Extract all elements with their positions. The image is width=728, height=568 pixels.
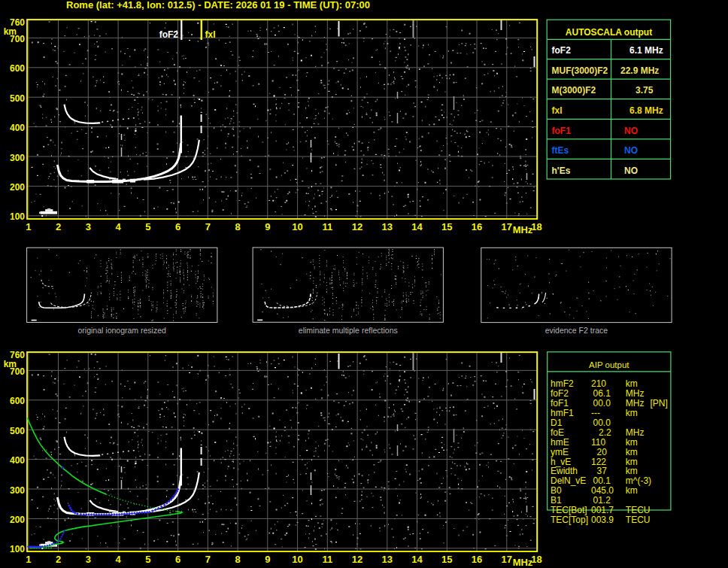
svg-text:km: km	[626, 485, 638, 496]
svg-text:B1: B1	[551, 495, 562, 506]
svg-text:001.7: 001.7	[591, 505, 614, 515]
svg-text:M(3000)F2: M(3000)F2	[552, 85, 596, 96]
svg-text:10: 10	[292, 221, 302, 232]
svg-text:h'Es: h'Es	[552, 166, 571, 176]
svg-text:MHz: MHz	[513, 224, 533, 235]
svg-text:TEC[Bot]: TEC[Bot]	[551, 505, 587, 515]
svg-text:foF1: foF1	[551, 398, 569, 409]
svg-text:ymE: ymE	[551, 447, 569, 457]
svg-text:18: 18	[531, 221, 541, 232]
svg-text:NO: NO	[624, 166, 638, 176]
svg-text:3: 3	[86, 221, 91, 232]
svg-text:20: 20	[597, 447, 608, 457]
svg-text:5: 5	[145, 221, 150, 232]
svg-text:km: km	[626, 447, 638, 457]
svg-text:evidence F2 trace: evidence F2 trace	[545, 326, 608, 335]
svg-text:6: 6	[175, 221, 180, 232]
svg-text:km: km	[626, 437, 638, 448]
svg-text:foE: foE	[551, 427, 564, 438]
svg-text:[PN]: [PN]	[651, 398, 668, 409]
svg-text:DelN_vE: DelN_vE	[551, 475, 586, 486]
svg-text:00.0: 00.0	[593, 398, 611, 409]
svg-text:2: 2	[56, 221, 61, 232]
svg-text:17: 17	[502, 221, 512, 232]
svg-text:2.2: 2.2	[599, 427, 611, 438]
svg-text:AIP output: AIP output	[589, 360, 629, 369]
svg-text:600: 600	[10, 63, 25, 74]
svg-text:3.75: 3.75	[635, 85, 654, 96]
svg-text:4: 4	[115, 221, 121, 232]
svg-text:h_vE: h_vE	[551, 457, 571, 467]
svg-text:D1: D1	[551, 418, 563, 428]
svg-text:00.0: 00.0	[593, 418, 611, 428]
svg-text:---: ---	[591, 408, 600, 418]
svg-text:km: km	[626, 378, 638, 389]
svg-text:TECU: TECU	[626, 505, 651, 515]
svg-text:hmE: hmE	[551, 437, 569, 448]
svg-text:9: 9	[265, 221, 270, 232]
svg-text:Rome (lat: +41.8, lon: 012.5): Rome (lat: +41.8, lon: 012.5) - DATE: 20…	[66, 0, 370, 11]
svg-text:7: 7	[205, 221, 211, 232]
svg-text:NO: NO	[624, 126, 638, 136]
svg-text:06.1: 06.1	[593, 388, 611, 399]
svg-text:km: km	[626, 457, 638, 467]
svg-text:01.2: 01.2	[593, 495, 611, 506]
svg-text:6.1 MHz: 6.1 MHz	[629, 45, 663, 56]
svg-text:TECU: TECU	[626, 515, 651, 525]
svg-text:hmF2: hmF2	[551, 378, 574, 389]
svg-text:122: 122	[591, 457, 606, 467]
svg-text:MHz: MHz	[626, 388, 645, 399]
svg-text:14: 14	[411, 221, 423, 232]
svg-text:200: 200	[10, 182, 25, 193]
svg-text:MHz: MHz	[626, 398, 645, 409]
svg-text:fxI: fxI	[205, 29, 216, 40]
svg-text:8: 8	[235, 221, 240, 232]
svg-text:003.9: 003.9	[591, 515, 614, 525]
svg-text:Ewidth: Ewidth	[551, 466, 578, 476]
svg-text:TEC[Top]: TEC[Top]	[551, 515, 588, 525]
svg-text:11: 11	[322, 221, 332, 232]
svg-text:15: 15	[441, 221, 452, 232]
svg-text:m^(-3): m^(-3)	[626, 475, 651, 486]
svg-text:km: km	[626, 466, 638, 476]
svg-text:foF2: foF2	[551, 388, 569, 399]
svg-text:210: 210	[591, 378, 606, 389]
svg-text:37: 37	[597, 466, 608, 476]
svg-text:B0: B0	[551, 485, 562, 496]
svg-text:100: 100	[10, 211, 25, 222]
svg-text:22.9 MHz: 22.9 MHz	[620, 65, 659, 76]
svg-text:12: 12	[352, 221, 362, 232]
svg-text:13: 13	[382, 221, 393, 232]
svg-text:500: 500	[10, 93, 25, 104]
svg-text:400: 400	[10, 123, 25, 133]
svg-text:300: 300	[10, 153, 25, 163]
svg-text:MUF(3000)F2: MUF(3000)F2	[552, 65, 608, 76]
svg-text:16: 16	[472, 221, 482, 232]
svg-text:AUTOSCALA output: AUTOSCALA output	[566, 27, 652, 38]
svg-text:045.0: 045.0	[591, 485, 614, 496]
svg-text:6.8 MHz: 6.8 MHz	[629, 105, 663, 116]
svg-text:110: 110	[591, 437, 605, 448]
svg-text:fxI: fxI	[552, 105, 563, 116]
svg-text:original ionogram resized: original ionogram resized	[78, 326, 166, 335]
svg-text:foF2: foF2	[552, 45, 572, 56]
svg-text:foF1: foF1	[552, 126, 572, 136]
svg-text:NO: NO	[624, 145, 638, 156]
svg-text:ftEs: ftEs	[552, 145, 569, 156]
svg-text:MHz: MHz	[626, 427, 645, 438]
svg-text:1: 1	[26, 221, 31, 232]
svg-text:hmF1: hmF1	[551, 408, 574, 418]
svg-text:00.1: 00.1	[593, 475, 611, 486]
svg-text:km: km	[4, 26, 17, 37]
svg-text:km: km	[626, 408, 638, 418]
svg-text:eliminate multiple reflections: eliminate multiple reflections	[299, 326, 398, 335]
svg-text:foF2: foF2	[159, 29, 179, 40]
